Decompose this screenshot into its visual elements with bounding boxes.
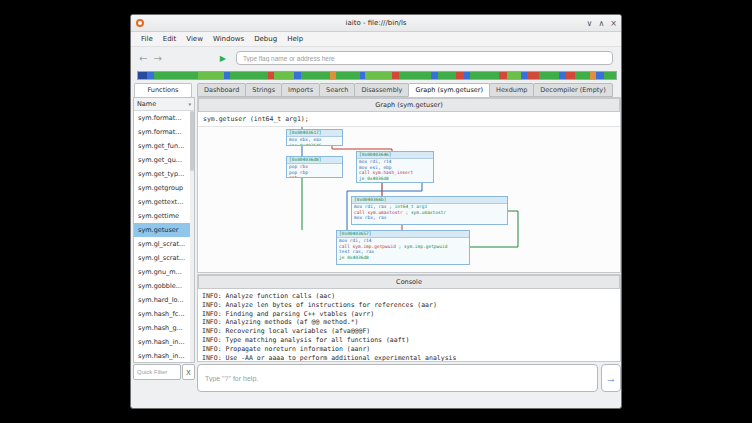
- function-list-item[interactable]: sym.hash_fc...: [134, 307, 190, 321]
- disasm-token: je 0x4036d8: [339, 255, 369, 260]
- memory-segment[interactable]: [365, 72, 391, 79]
- function-list-item[interactable]: sym.format...: [134, 111, 190, 125]
- tab-functions[interactable]: Functions: [134, 83, 192, 97]
- memory-segment[interactable]: [301, 72, 330, 79]
- memory-segment[interactable]: [198, 72, 224, 79]
- graph-canvas[interactable]: [0x00403617]mov ebx, eaxjne 0x403646[0x0…: [199, 127, 620, 272]
- forward-button[interactable]: →: [153, 53, 161, 64]
- window-controls: ∨ ∧ ×: [587, 15, 617, 32]
- menu-item-edit[interactable]: Edit: [158, 33, 182, 45]
- memory-segment[interactable]: [438, 72, 455, 79]
- memory-segment[interactable]: [566, 72, 575, 79]
- scrollbar-handle[interactable]: [190, 111, 194, 171]
- graph-block[interactable]: [0x004036d8]pop rbxpop rbpret: [286, 156, 343, 178]
- memory-segment[interactable]: [575, 72, 590, 79]
- memory-segment[interactable]: [336, 72, 359, 79]
- graph-dock-title[interactable]: Graph (sym.getuser): [198, 98, 620, 112]
- tab-strings[interactable]: Strings: [245, 83, 282, 97]
- tab-disassembly[interactable]: Disassembly: [354, 83, 409, 97]
- function-list-item[interactable]: sym.hard_lo...: [134, 293, 190, 307]
- menu-item-file[interactable]: File: [136, 33, 158, 45]
- memory-segment[interactable]: [399, 72, 431, 79]
- console-line: INFO: Use -AA or aaaa to perform additio…: [202, 354, 616, 361]
- memory-segment[interactable]: [138, 72, 147, 79]
- memory-map-strip[interactable]: [137, 71, 617, 80]
- command-send-button[interactable]: →: [601, 364, 621, 392]
- command-input[interactable]: [197, 364, 598, 392]
- close-button[interactable]: ×: [610, 15, 617, 32]
- disasm-token: pop rbp: [289, 170, 308, 175]
- graph-block[interactable]: [0x00403657]mov rdi, r14call sym.imp.get…: [336, 230, 470, 265]
- console-line: INFO: Finding and parsing C++ vtables (a…: [202, 310, 616, 319]
- address-input[interactable]: [236, 51, 613, 65]
- graph-block[interactable]: [0x00403617]mov ebx, eaxjne 0x403646: [286, 129, 343, 146]
- quick-filter-row: X: [133, 364, 195, 381]
- console-line: INFO: Analyze function calls (aac): [202, 292, 616, 301]
- quick-filter-input[interactable]: [133, 364, 181, 380]
- function-list-item[interactable]: sym.getuser: [134, 223, 190, 237]
- function-list-item[interactable]: sym.hash_in...: [134, 349, 190, 362]
- function-list-item[interactable]: sym.gl_scrat...: [134, 251, 190, 265]
- memory-segment[interactable]: [154, 72, 198, 79]
- quick-filter-clear-button[interactable]: X: [182, 364, 195, 380]
- memory-segment[interactable]: [559, 72, 566, 79]
- graph-block[interactable]: [0x00403646]mov rdi, r14mov esi, ebpcall…: [356, 151, 434, 183]
- toolbar: ← → ▶: [131, 47, 621, 69]
- tab-search[interactable]: Search: [319, 83, 355, 97]
- functions-scrollbar[interactable]: [190, 111, 194, 362]
- memory-segment[interactable]: [527, 72, 539, 79]
- memory-segment[interactable]: [392, 72, 399, 79]
- function-list-item[interactable]: sym.hash_g...: [134, 321, 190, 335]
- function-list-item[interactable]: sym.gobble...: [134, 279, 190, 293]
- console-output[interactable]: INFO: Analyze function calls (aac)INFO: …: [198, 289, 620, 361]
- memory-segment[interactable]: [230, 72, 268, 79]
- memory-segment[interactable]: [147, 72, 154, 79]
- tab-graph-sym-getuser[interactable]: Graph (sym.getuser): [408, 83, 490, 97]
- menu-item-help[interactable]: Help: [282, 33, 308, 45]
- app-window: iaito - file:///bin/ls ∨ ∧ × FileEditVie…: [130, 14, 622, 409]
- function-list-item[interactable]: sym.hash_in...: [134, 335, 190, 349]
- memory-segment[interactable]: [596, 72, 605, 79]
- memory-segment[interactable]: [539, 72, 559, 79]
- command-row: →: [197, 364, 621, 393]
- memory-segment[interactable]: [604, 72, 616, 79]
- tab-dashboard[interactable]: Dashboard: [197, 83, 246, 97]
- menu-item-debug[interactable]: Debug: [249, 33, 282, 45]
- menu-item-windows[interactable]: Windows: [208, 33, 249, 45]
- function-list-item[interactable]: sym.gl_scrat...: [134, 237, 190, 251]
- continue-button[interactable]: ▶: [220, 54, 226, 63]
- memory-segment[interactable]: [470, 72, 499, 79]
- memory-segment[interactable]: [294, 72, 301, 79]
- functions-column-header[interactable]: Name ▾: [134, 98, 194, 111]
- menu-item-view[interactable]: View: [181, 33, 208, 45]
- function-list-item[interactable]: sym.format...: [134, 125, 190, 139]
- title-bar[interactable]: iaito - file:///bin/ls ∨ ∧ ×: [131, 15, 621, 32]
- disasm-token: je 0x4036d8: [359, 176, 389, 181]
- back-button[interactable]: ←: [139, 53, 147, 64]
- function-list-item[interactable]: sym.getgroup: [134, 181, 190, 195]
- tab-decompiler-empty[interactable]: Decompiler (Empty): [533, 83, 612, 97]
- memory-segment[interactable]: [499, 72, 506, 79]
- function-list-item[interactable]: sym.gettext...: [134, 195, 190, 209]
- disasm-token: mov ebx, eax: [289, 137, 322, 142]
- function-list-item[interactable]: sym.gettime: [134, 209, 190, 223]
- memory-segment[interactable]: [274, 72, 294, 79]
- disasm-token: mov rdi, rax: [354, 204, 387, 209]
- disasm-token: jne 0x403646: [289, 143, 322, 147]
- console-dock-title[interactable]: Console: [198, 275, 620, 289]
- minimize-button[interactable]: ∨: [587, 15, 593, 32]
- maximize-button[interactable]: ∧: [598, 15, 604, 32]
- memory-segment[interactable]: [456, 72, 465, 79]
- function-list-item[interactable]: sym.get_fun...: [134, 139, 190, 153]
- function-list-item[interactable]: sym.gnu_m...: [134, 265, 190, 279]
- function-list-item[interactable]: sym.get_typ...: [134, 167, 190, 181]
- block-address: [0x004036d8]: [287, 157, 342, 164]
- tab-hexdump[interactable]: Hexdump: [489, 83, 534, 97]
- menu-bar: FileEditViewWindowsDebugHelp: [131, 32, 621, 47]
- disasm-token: mov rdi, r14: [339, 238, 372, 243]
- graph-block[interactable]: [0x0040366b]mov rdi, rax ; int64_t arg1c…: [351, 196, 508, 225]
- function-list-item[interactable]: sym.get_qu...: [134, 153, 190, 167]
- memory-segment[interactable]: [507, 72, 522, 79]
- memory-segment[interactable]: [431, 72, 438, 79]
- tab-imports[interactable]: Imports: [281, 83, 320, 97]
